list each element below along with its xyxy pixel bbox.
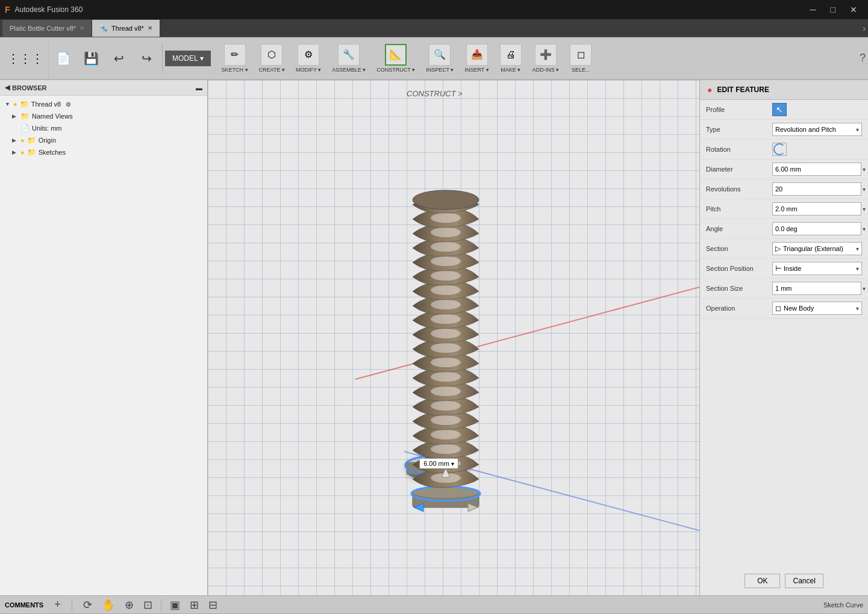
section-value: Triangular (External) [783, 245, 856, 252]
profile-control: ↖ [772, 103, 862, 116]
sidebar: ◀ BROWSER ▬ ▼ ● 📁 Thread v8 ⚙ ▶ 📁 Named … [0, 80, 208, 595]
dropdown-icon[interactable]: ▾ [863, 226, 866, 232]
svg-point-22 [431, 256, 461, 266]
toolbar-sketch[interactable]: ✏ SKETCH ▾ [217, 40, 253, 76]
operation-select[interactable]: ◻ New Body ▾ [772, 302, 862, 315]
toolbar-select[interactable]: ◻ SELE... [565, 40, 596, 76]
dimension-arrow-icon[interactable]: ▾ [451, 460, 454, 467]
comments-label: COMMENTS [5, 601, 43, 609]
tab-scroll-right[interactable]: › [863, 23, 866, 33]
toolbar-construct[interactable]: 📐 CONSTRUCT ▾ [372, 40, 420, 76]
section-size-input[interactable] [772, 282, 861, 295]
type-select[interactable]: Revolution and Pitch ▾ [772, 123, 862, 136]
section-size-label: Section Size [706, 285, 772, 292]
cancel-button[interactable]: Cancel [785, 574, 823, 588]
bottom-toolbar: COMMENTS + ⟳ ✋ ⊕ ⊡ ▣ ⊞ ⊟ Sketch Curve [0, 595, 868, 613]
angle-input[interactable] [772, 222, 861, 235]
tree-item-units[interactable]: 📄 Units: mm [0, 122, 207, 134]
rotation-row: Rotation [700, 140, 868, 160]
expand-icon[interactable]: ▶ [12, 149, 18, 155]
sketch-label: SKETCH ▾ [222, 67, 248, 73]
svg-point-14 [431, 372, 461, 382]
file-button[interactable]: 📄 [50, 40, 76, 76]
visibility-icon[interactable]: ● [20, 149, 25, 156]
svg-point-15 [431, 358, 461, 367]
orbit-button[interactable]: ⟳ [80, 597, 96, 613]
minimize-button[interactable]: ─ [804, 2, 822, 17]
revolutions-input[interactable] [772, 182, 861, 196]
diameter-control: ▾ [772, 163, 866, 176]
dropdown-icon[interactable]: ▾ [863, 206, 866, 212]
comments-add-button[interactable]: + [51, 597, 64, 612]
profile-row: Profile ↖ [700, 100, 868, 120]
unit-icon: 📄 [20, 124, 30, 132]
section-position-select[interactable]: ⊢ Inside ▾ [772, 262, 862, 275]
display-mode-button[interactable]: ▣ [166, 597, 184, 613]
tab-close-icon[interactable]: ✕ [148, 25, 152, 31]
diameter-input[interactable] [772, 163, 861, 176]
ok-button[interactable]: OK [745, 574, 780, 588]
viewcube-button[interactable]: ⊟ [205, 597, 221, 613]
zoom-button[interactable]: ⊕ [121, 597, 137, 613]
panel-title: EDIT FEATURE [717, 85, 769, 94]
toolbar-assemble[interactable]: 🔧 ASSEMBLE ▾ [327, 40, 370, 76]
tab-close-icon[interactable]: ✕ [80, 25, 84, 31]
tree-item-origin[interactable]: ▶ ● 📁 Origin [0, 134, 207, 146]
undo-button[interactable]: ↩ [105, 40, 132, 76]
insert-label: INSERT ▾ [464, 67, 489, 73]
tree-item-thread[interactable]: ▼ ● 📁 Thread v8 ⚙ [0, 98, 207, 110]
maximize-button[interactable]: □ [825, 2, 841, 17]
section-size-control: ▾ [772, 282, 866, 295]
dropdown-icon[interactable]: ▾ [863, 186, 866, 193]
section-position-control: ⊢ Inside ▾ [772, 262, 862, 275]
panel-buttons: OK Cancel [700, 566, 868, 595]
back-arrow-icon[interactable]: ◀ [5, 84, 10, 91]
expand-icon[interactable]: ▶ [12, 113, 18, 119]
toolbar-insert[interactable]: 📥 INSERT ▾ [460, 40, 493, 76]
rotation-button[interactable] [772, 143, 787, 156]
visibility-icon[interactable]: ● [13, 101, 17, 108]
item-label: Named Views [32, 113, 73, 120]
save-button[interactable]: 💾 [78, 40, 104, 76]
profile-select-button[interactable]: ↖ [772, 103, 787, 116]
fit-button[interactable]: ⊡ [140, 597, 156, 613]
app-menu-button[interactable]: ⋮⋮⋮ [2, 39, 49, 78]
tab-plastic-bottle[interactable]: Platic Bottle Cutter v8* ✕ [2, 20, 92, 37]
section-select[interactable]: ▷ Triangular (External) ▾ [772, 242, 862, 255]
collapse-icon[interactable]: ▬ [196, 84, 202, 91]
toolbar-divider-2 [161, 599, 161, 611]
visibility-icon[interactable]: ● [20, 137, 25, 144]
panel-close-icon[interactable]: ● [707, 85, 712, 95]
assemble-label: ASSEMBLE ▾ [332, 67, 366, 73]
tab-thread[interactable]: 🔩 Thread v8* ✕ [92, 20, 160, 37]
folder-icon: 📁 [20, 100, 29, 108]
redo-button[interactable]: ↪ [133, 40, 160, 76]
grid-button[interactable]: ⊞ [186, 597, 202, 613]
tree-item-namedviews[interactable]: ▶ 📁 Named Views [0, 110, 207, 122]
modify-label: MODIFY ▾ [296, 67, 321, 73]
viewport[interactable]: CONSTRUCT > [208, 80, 699, 595]
bottom-toolbar-left: COMMENTS + ⟳ ✋ ⊕ ⊡ ▣ ⊞ ⊟ [5, 597, 221, 613]
app-title: Autodesk Fusion 360 [15, 5, 83, 14]
toolbar-addins[interactable]: ➕ ADD-INS ▾ [528, 40, 564, 76]
section-icon: ▷ [775, 244, 781, 253]
pitch-input[interactable] [772, 202, 861, 216]
dropdown-icon[interactable]: ▾ [863, 166, 866, 173]
settings-icon[interactable]: ⚙ [66, 101, 71, 108]
svg-point-12 [431, 401, 461, 411]
help-button[interactable]: ? [860, 52, 866, 64]
close-button[interactable]: ✕ [844, 2, 863, 17]
revolutions-label: Revolutions [706, 185, 772, 193]
toolbar-make[interactable]: 🖨 MAKE ▾ [495, 40, 526, 76]
expand-icon[interactable]: ▶ [12, 137, 18, 143]
tree-item-sketches[interactable]: ▶ ● 📁 Sketches [0, 146, 207, 158]
pan-button[interactable]: ✋ [98, 597, 119, 613]
toolbar-modify[interactable]: ⚙ MODIFY ▾ [291, 40, 326, 76]
expand-icon[interactable]: ▼ [5, 101, 11, 107]
dropdown-icon[interactable]: ▾ [863, 285, 866, 292]
addins-label: ADD-INS ▾ [532, 67, 560, 73]
toolbar-separator-1 [162, 43, 163, 73]
model-mode-button[interactable]: MODEL ▾ [165, 51, 211, 66]
toolbar-create[interactable]: ⬡ CREATE ▾ [254, 40, 290, 76]
toolbar-inspect[interactable]: 🔍 INSPECT ▾ [421, 40, 458, 76]
